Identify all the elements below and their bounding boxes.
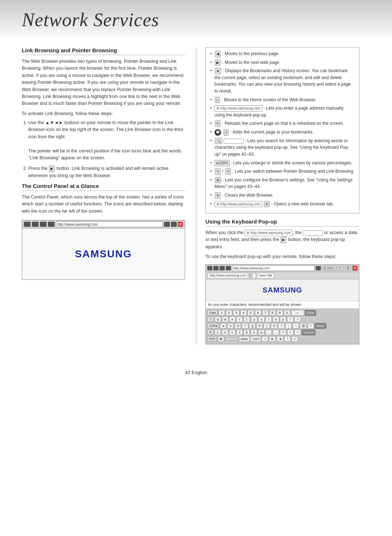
section-title-link-browsing: Link Browsing and Pointer Browsing	[22, 47, 185, 55]
zoom-icon: ⊕100%	[215, 160, 230, 167]
key-dash[interactable]: —	[291, 310, 304, 316]
search-ref	[303, 230, 323, 236]
key-bullet4[interactable]: •	[294, 330, 301, 335]
bullet-search: 🔍 : Lets you search for information by e…	[210, 138, 355, 158]
key-eng[interactable]: ENG	[207, 336, 217, 341]
kb-settings-icon: ⚙	[345, 266, 351, 270]
key-clear[interactable]: Clear	[305, 310, 317, 316]
key-circle[interactable]: ●	[207, 330, 214, 335]
kb-url-bar[interactable]: http://www.samsung.com	[232, 265, 315, 271]
key-h[interactable]: h	[256, 323, 263, 329]
key-caps[interactable]: Caps	[207, 310, 218, 315]
key-cancel[interactable]: Cancel	[302, 330, 315, 335]
key-tilde[interactable]: ~	[293, 323, 299, 329]
tab-new[interactable]: New Tab	[257, 273, 275, 278]
key-9[interactable]: 9	[277, 310, 283, 316]
key-i[interactable]: i	[265, 316, 272, 322]
key-1[interactable]: 1	[219, 310, 225, 316]
next-icon: ▶	[215, 60, 221, 66]
key-k[interactable]: k	[271, 323, 277, 329]
key-r[interactable]: r	[236, 316, 243, 322]
key-a[interactable]: a	[220, 323, 226, 329]
kb-close-icon: ✕	[352, 266, 358, 271]
key-m[interactable]: m	[258, 330, 265, 335]
url-bar[interactable]: http://www.samsung.com	[56, 221, 163, 227]
key-done[interactable]: Done	[315, 323, 326, 329]
key-2[interactable]: 2	[226, 310, 232, 316]
key-dotcom[interactable]: .com	[250, 336, 261, 342]
content-area: Link Browsing and Pointer Browsing The W…	[0, 40, 392, 359]
key-w[interactable]: w	[222, 316, 228, 322]
key-bullet1[interactable]: •	[294, 316, 301, 322]
key-y[interactable]: y	[251, 316, 257, 322]
key-shift[interactable]: ⇧	[207, 316, 214, 322]
search-icon: 🔍	[215, 138, 222, 144]
key-j[interactable]: j	[264, 323, 270, 329]
key-z[interactable]: z	[215, 330, 221, 335]
key-6[interactable]: 6	[255, 310, 261, 316]
key-v[interactable]: v	[236, 330, 243, 335]
enter-btn-ref: ▶	[281, 237, 286, 243]
bullet-new-tab-text: : Opens a new web browser tab.	[271, 201, 334, 206]
key-bullet3[interactable]: •	[287, 330, 294, 335]
key-l[interactable]: l	[278, 323, 285, 329]
key-o[interactable]: o	[273, 316, 279, 322]
key-0[interactable]: 0	[284, 310, 290, 316]
key-semi[interactable]: ;	[285, 323, 292, 329]
key-n[interactable]: n	[251, 330, 257, 335]
step-1: Use the ▲▼◄► buttons on your remote to m…	[28, 119, 185, 161]
tab-samsung-text: http://www.samsung.com	[210, 274, 246, 277]
key-t[interactable]: t	[244, 316, 250, 322]
key-bullet5[interactable]: •	[284, 336, 291, 342]
key-f[interactable]: f	[242, 323, 248, 329]
key-g[interactable]: g	[249, 323, 256, 329]
key-5[interactable]: 5	[248, 310, 254, 316]
key-7[interactable]: 7	[262, 310, 269, 316]
key-bullet6[interactable]: •	[291, 336, 298, 342]
language: English	[192, 370, 207, 375]
page-title: Network Services	[22, 9, 159, 30]
left-column: Link Browsing and Pointer Browsing The W…	[22, 47, 185, 344]
steps-intro: To activate Link Browsing, follow these …	[22, 110, 185, 117]
key-4[interactable]: 4	[240, 310, 247, 316]
key-row-3: 123#& a s d f g h j k l ; ~ @	[207, 323, 358, 329]
key-x[interactable]: x	[222, 330, 228, 335]
key-flower[interactable]: ✿	[218, 336, 224, 342]
key-right-arrow[interactable]: ►	[269, 336, 276, 342]
control-panel-body: The Control Panel, which runs across the…	[22, 194, 185, 215]
key-p[interactable]: p	[280, 316, 286, 322]
key-123[interactable]: 123#&	[207, 323, 219, 328]
browser-content: SAMSUNG	[22, 229, 185, 279]
kb-url-text: http://www.samsung.com	[233, 266, 270, 270]
tab-samsung[interactable]: http://www.samsung.com ✕	[207, 273, 256, 278]
key-bullet2[interactable]: •	[307, 323, 314, 329]
key-question[interactable]: ?	[280, 330, 286, 335]
key-space[interactable]	[225, 338, 238, 340]
key-period[interactable]: .	[273, 330, 279, 335]
key-at[interactable]: @	[300, 323, 307, 329]
keyboard-tab-bar: http://www.samsung.com ✕ New Tab	[206, 272, 359, 279]
key-c[interactable]: c	[229, 330, 236, 335]
key-row-1: Caps 1 2 3 4 5 6 7 8 9 0 — Clear	[207, 310, 358, 316]
key-b[interactable]: b	[244, 330, 250, 335]
key-u[interactable]: u	[258, 316, 265, 322]
search-bar[interactable]	[224, 139, 244, 144]
circle-badge-1: ❶	[215, 129, 221, 136]
new-tab-x-icon: ✕	[264, 201, 270, 208]
bullet-reload-text: : Reloads the current page so that it is…	[222, 121, 344, 126]
key-8[interactable]: 8	[269, 310, 276, 316]
bullet-browse-mode: ↖ / ↗ : Lets you switch between Pointer …	[210, 168, 355, 175]
key-caret[interactable]: ^	[287, 316, 294, 322]
key-left-arrow[interactable]: ◄	[277, 336, 283, 342]
pointer-icon: ↖	[215, 168, 221, 175]
key-comma[interactable]: ,	[265, 330, 272, 335]
bullet-browse-mode-text: : Lets you switch between Pointer Browsi…	[232, 169, 354, 174]
key-s[interactable]: s	[227, 323, 234, 329]
key-e[interactable]: e	[229, 316, 236, 322]
key-www[interactable]: www	[239, 336, 250, 342]
key-3[interactable]: 3	[233, 310, 240, 316]
key-slash[interactable]: /	[262, 336, 268, 342]
key-q[interactable]: q	[215, 316, 221, 322]
key-d[interactable]: d	[234, 323, 241, 329]
nav-back-icon	[24, 222, 30, 227]
